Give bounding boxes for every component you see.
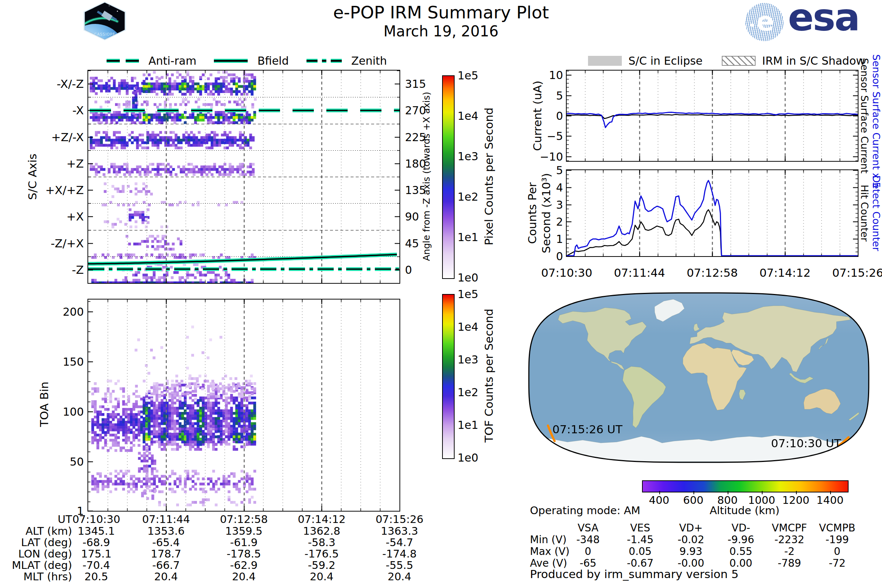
legend-label-bfield: Bfield	[257, 54, 288, 67]
esa-logo-e: e	[756, 6, 774, 37]
nav-table-cell: 1353.6	[147, 525, 184, 537]
toa-ylabel: TOA Bin	[38, 381, 51, 427]
sc-axis-row-label: +X	[66, 210, 84, 223]
esa-logo-text: esa	[788, 0, 859, 40]
map-start-time-label: 07:10:30 UT	[771, 436, 841, 450]
nav-table-cell: -68.9	[82, 536, 110, 549]
voltage-table-cell: -789	[778, 557, 801, 569]
sc-axis-row-label: -X	[72, 104, 84, 117]
voltage-table-header: VCMPB	[819, 522, 855, 534]
altitude-tick-label: 1000	[748, 494, 776, 506]
pixel-colorbar-tick: 1e0	[458, 271, 478, 284]
altitude-tick-label: 600	[683, 494, 704, 506]
nav-table-cell: 07:14:12	[298, 513, 345, 525]
eclipse-legend: S/C in Eclipse IRM in S/C Shadow	[588, 54, 865, 67]
nav-table-cell: -54.7	[386, 536, 413, 549]
voltage-table-cell: 0.05	[629, 545, 652, 558]
page-date: March 19, 2016	[279, 23, 603, 40]
nav-table-cell: -61.9	[230, 536, 258, 549]
shadow-hatch-swatch	[722, 56, 756, 66]
voltage-table-header: VSA	[578, 522, 598, 534]
angle-tick-label: 45	[405, 237, 419, 249]
altitude-tick-label: 400	[649, 494, 669, 506]
voltage-table-cell: -2	[784, 545, 795, 558]
voltage-table-cell: -65	[579, 557, 597, 569]
irm-summary-page: CASSIOPE e-POP IRM Summary Plot March 19…	[0, 0, 882, 588]
tof-colorbar-tick: 1e4	[458, 321, 478, 333]
counts-plot-canvas	[567, 170, 858, 256]
current-tick-label: 5	[556, 89, 563, 102]
nav-table-cell: -58.3	[308, 536, 336, 549]
voltage-table-cell: -9.96	[728, 534, 754, 546]
altitude-tick-label: 1400	[817, 494, 844, 506]
anti-ram-line-sample	[106, 59, 139, 63]
nav-table-cell: 07:10:30	[72, 513, 120, 525]
current-plot-canvas	[567, 70, 858, 161]
nav-table-cell: -70.4	[82, 559, 110, 572]
nav-table-cell: 1359.5	[225, 525, 262, 537]
nav-table-cell: -66.7	[152, 559, 180, 572]
nav-table-row-label: LON (deg)	[18, 548, 72, 560]
time-tick-label: 07:15:26	[832, 266, 882, 279]
legend-label-shadow: IRM in S/C Shadow	[762, 54, 865, 67]
current-tick-label: 0	[556, 110, 563, 122]
voltage-table-cell: 0.00	[729, 557, 752, 569]
toa-tick-label: 50	[70, 455, 84, 468]
altitude-colorbar	[642, 480, 849, 492]
nav-table-row-label: ALT (km)	[26, 525, 72, 537]
tof-colorbar-tick: 1e3	[458, 353, 478, 366]
angle-tick-label: 270	[405, 104, 426, 117]
voltage-table-cell: -2232	[774, 534, 804, 546]
voltage-table-header: VMCPF	[772, 522, 807, 534]
pixel-colorbar-tick: 1e1	[458, 231, 478, 244]
voltage-table-cell: 0	[834, 545, 840, 558]
tof-colorbar-tick: 1e5	[458, 288, 478, 301]
pixel-colorbar-tick: 1e2	[458, 190, 478, 203]
nav-table-cell: 20.4	[310, 570, 334, 583]
produced-by: Produced by irm_summary version 5	[530, 567, 739, 580]
nav-table-cell: -59.2	[308, 559, 336, 572]
map-end-time-label: 07:15:26 UT	[552, 423, 622, 436]
voltage-table-row-label: Ave (V)	[530, 557, 567, 569]
pixel-colorbar-label: Pixel Counts per Second	[482, 107, 495, 245]
counts-ylabel-line2: Second (x10³)	[540, 173, 553, 253]
orientation-legend: Anti-ram Bfield Zenith	[106, 54, 387, 67]
nav-table-cell: 20.4	[232, 570, 256, 583]
voltage-table-cell: -348	[576, 534, 600, 546]
sc-axis-row-label: -Z	[72, 263, 84, 276]
altitude-tick-label: 1200	[782, 494, 810, 506]
nav-table-cell: -178.5	[227, 548, 261, 560]
sc-axis-row-label: -X/-Z	[57, 77, 84, 90]
voltage-table-cell: 0.55	[729, 545, 752, 558]
current-tick-label: −10	[540, 150, 563, 163]
current-right-label-black: Sensor Surface Current	[859, 58, 870, 174]
sc-axis-row-label: +X/+Z	[45, 183, 84, 196]
time-tick-label: 07:11:44	[614, 266, 665, 279]
nav-table-cell: 07:11:44	[142, 513, 190, 525]
nav-table-cell: 07:15:26	[376, 513, 423, 525]
pixel-colorbar-tick: 1e5	[458, 69, 478, 82]
nav-table-cell: 1363.3	[381, 525, 418, 537]
bfield-line-sample	[214, 59, 248, 63]
voltage-table-header: VD-	[732, 522, 750, 534]
eclipse-swatch	[588, 56, 622, 66]
voltage-table-header: VES	[630, 522, 651, 534]
voltage-table-cell: 9.93	[680, 545, 702, 558]
tof-colorbar-tick: 1e2	[458, 386, 478, 399]
nav-table-row-label: UT	[58, 513, 72, 525]
voltage-table-cell: -0.02	[678, 534, 704, 546]
nav-table-cell: 20.4	[388, 570, 412, 583]
voltage-table-row-label: Min (V)	[530, 534, 567, 546]
esa-logo-globe: e	[745, 3, 783, 41]
voltage-table-cell: -0.67	[627, 557, 653, 569]
counts-ylabel-line1: Counts Per	[525, 182, 539, 244]
time-tick-label: 07:14:12	[759, 266, 810, 279]
nav-table-cell: -65.4	[152, 536, 180, 549]
counts-tick-label: 0	[556, 250, 563, 263]
star-dot	[90, 8, 92, 9]
toa-spectrogram-canvas	[88, 300, 399, 511]
operating-mode: Operating mode: AM	[530, 504, 640, 517]
nav-table-cell: 178.7	[151, 548, 181, 560]
legend-label-zenith: Zenith	[351, 54, 387, 67]
altitude-tick-label: 800	[717, 494, 738, 506]
